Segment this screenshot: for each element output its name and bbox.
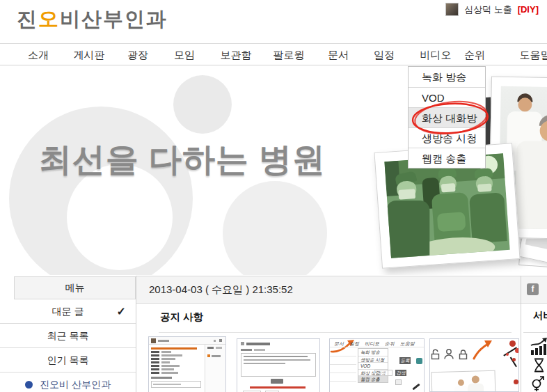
hourglass-icon[interactable]	[533, 358, 545, 373]
section-divider	[523, 332, 547, 333]
sidebar-title: 메뉴	[14, 276, 136, 299]
nav-item-group[interactable]: 모임	[174, 44, 195, 65]
menu-item-vod[interactable]: VOD	[409, 87, 485, 107]
nav-item-rank[interactable]: 순위	[464, 44, 485, 65]
nav-item-intro[interactable]: 소개	[28, 44, 49, 65]
nav-item-plaza[interactable]: 광장	[127, 44, 148, 65]
nav-item-schedule[interactable]: 일정	[374, 44, 395, 65]
facebook-icon[interactable]: f	[527, 283, 539, 295]
user-name[interactable]: 심상덕 노출	[464, 3, 512, 16]
blossom-decor	[514, 379, 518, 384]
sidebar-item-front-posts[interactable]: 대문 글 ✓	[0, 299, 136, 324]
notice-section-title: 공지 사항	[160, 311, 203, 324]
sidebar-item-popular-list[interactable]: 인기 목록	[0, 348, 136, 373]
page: 진오비산부인과 심상덕 노출 [DIY] 소개 게시판 광장 모임 보관함 팔로…	[0, 0, 547, 392]
orange-arrow-icon	[471, 339, 495, 360]
logo-text-suffix: 비산부인과	[60, 8, 168, 30]
notice-thumb-menu-guide[interactable]: 문서 일정 비디오 순위 도움말 녹화 방송 생방송 시청 VOD 화상 상담 …	[329, 338, 425, 392]
check-icon: ✓	[117, 299, 126, 324]
vertical-divider	[521, 276, 521, 392]
stats-chart-icon[interactable]	[530, 338, 547, 356]
unlock-icon	[430, 349, 441, 360]
datetime-text: 2013-04-03 ( 수요일 ) 21:35:52	[149, 283, 293, 295]
blossom-decor	[515, 348, 519, 353]
mini-nav-line: 문서 일정 비디오 순위 도움말	[330, 339, 424, 347]
sidebar-menu: 대문 글 ✓ 최근 목록 인기 목록 진오비 산부인과	[0, 299, 136, 392]
section-divider	[159, 332, 512, 333]
menu-item-recorded-broadcast[interactable]: 녹화 방송	[409, 67, 485, 87]
gender-icon[interactable]	[531, 375, 545, 392]
datetime-bar: 2013-04-03 ( 수요일 ) 21:35:52	[136, 276, 547, 304]
user-area: 심상덕 노출 [DIY]	[445, 3, 539, 16]
menu-item-webcam-out[interactable]: 웹캠 송출	[409, 148, 485, 168]
vertical-divider	[136, 276, 136, 392]
decor-circle	[223, 181, 327, 275]
pen-icon	[412, 384, 420, 391]
blossom-decor	[512, 358, 516, 361]
logo-text: 진	[17, 8, 38, 30]
diy-link[interactable]: [DIY]	[518, 4, 539, 15]
user-avatar[interactable]	[445, 3, 459, 16]
mini-teal-icon	[416, 358, 422, 364]
nav-item-board[interactable]: 게시판	[74, 44, 105, 65]
nav-item-archive[interactable]: 보관함	[221, 44, 252, 65]
sidebar-item-recent-list[interactable]: 최근 목록	[0, 324, 136, 348]
notice-thumb-privacy[interactable]	[429, 338, 519, 392]
notice-thumb-form[interactable]	[237, 338, 320, 392]
mini-grid-icon	[395, 379, 402, 385]
hero-headline: 최선을 다하는 병원	[39, 138, 326, 182]
blossom-decor	[506, 353, 509, 356]
mini-register-button: 등록	[399, 357, 411, 364]
person-icon	[443, 348, 454, 360]
main-nav: 소개 게시판 광장 모임 보관함 팔로윙 문서 일정 비디오 순위 도움말	[0, 43, 547, 65]
mini-search-button: 검색	[395, 370, 406, 376]
menu-item-video-chatroom[interactable]: 화상 대화방	[409, 107, 485, 127]
mini-photo	[431, 370, 496, 392]
mini-dropdown: 녹화 방송 생방송 시청 VOD 화상 상담 웹캠 송출	[358, 348, 388, 383]
nav-item-following[interactable]: 팔로윙	[274, 44, 305, 65]
nav-item-docs[interactable]: 문서	[328, 44, 349, 65]
mini-search-input: 검색	[374, 370, 393, 376]
sidebar-item-clinic[interactable]: 진오비 산부인과	[0, 373, 136, 392]
logo-accent-text: 오	[38, 8, 60, 30]
decor-circle	[173, 75, 232, 134]
menu-item-live-watch[interactable]: 생방송 시청	[409, 127, 485, 148]
lock-icon	[458, 349, 468, 360]
services-title: 서비스	[533, 309, 547, 322]
video-dropdown-menu: 녹화 방송 VOD 화상 대화방 생방송 시청 웹캠 송출	[408, 66, 486, 168]
notice-thumb-messenger[interactable]	[148, 336, 226, 392]
site-logo[interactable]: 진오비산부인과	[17, 6, 168, 31]
bullet-icon	[25, 381, 33, 389]
nav-item-help[interactable]: 도움말	[520, 44, 547, 65]
nav-item-video[interactable]: 비디오	[420, 44, 452, 65]
blossom-decor	[509, 340, 516, 347]
